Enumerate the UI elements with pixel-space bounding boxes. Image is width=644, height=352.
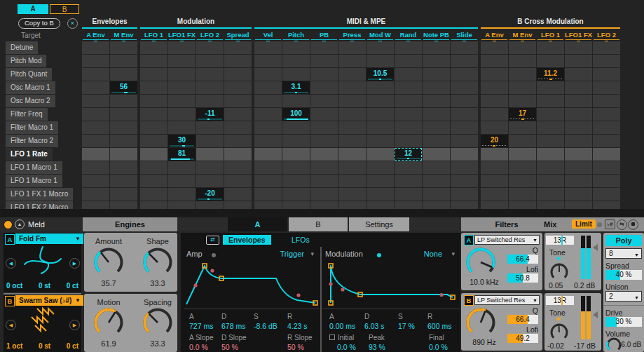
matrix-cell[interactable] [593, 135, 620, 147]
matrix-cell[interactable] [168, 121, 196, 134]
filter-a-type-dropdown[interactable]: LP Switched Res▼ [474, 235, 540, 245]
matrix-cell[interactable] [451, 81, 478, 94]
matrix-cell[interactable] [423, 55, 450, 67]
matrix-cell[interactable] [423, 175, 450, 187]
matrix-cell[interactable] [481, 41, 508, 54]
engine-b-prev-icon[interactable]: ◀ [6, 320, 16, 330]
matrix-cell[interactable] [366, 135, 394, 147]
matrix-cell[interactable] [366, 55, 394, 67]
matrix-row-label[interactable]: LFO 1 FX 1 Macro [6, 188, 73, 201]
amp-trigger-mode-dropdown[interactable]: Trigger [280, 250, 304, 258]
matrix-cell[interactable] [366, 161, 394, 174]
matrix-cell[interactable] [310, 95, 338, 107]
matrix-cell[interactable] [565, 95, 592, 107]
matrix-row-label[interactable]: Filter Macro 2 [6, 135, 58, 147]
matrix-cell[interactable] [395, 81, 422, 94]
matrix-cell[interactable] [82, 121, 109, 134]
mod-adsr-values[interactable]: A0.00 ms D6.03 s S17 % R600 ms [329, 313, 461, 330]
matrix-cell[interactable] [110, 68, 137, 81]
matrix-cell[interactable] [451, 108, 478, 121]
matrix-cell[interactable] [395, 108, 422, 121]
matrix-cell[interactable] [254, 148, 282, 161]
matrix-cell[interactable] [196, 121, 224, 134]
matrix-cell[interactable] [509, 188, 536, 201]
matrix-cell[interactable] [110, 161, 137, 174]
matrix-cell[interactable] [254, 108, 282, 121]
matrix-cell[interactable] [82, 68, 109, 81]
matrix-cell[interactable] [451, 188, 478, 201]
matrix-cell[interactable] [481, 161, 508, 174]
matrix-cell[interactable] [423, 161, 450, 174]
matrix-cell[interactable] [565, 148, 592, 161]
matrix-cell[interactable] [82, 55, 109, 67]
device-tab-b[interactable]: B [289, 217, 348, 231]
matrix-cell[interactable] [395, 161, 422, 174]
matrix-cell[interactable] [282, 135, 310, 147]
matrix-cell[interactable] [168, 95, 196, 107]
matrix-cell[interactable] [395, 55, 422, 67]
matrix-cell[interactable] [338, 135, 366, 147]
matrix-cell[interactable] [310, 121, 338, 134]
matrix-cell[interactable] [282, 121, 310, 134]
mod-envelope-graph[interactable] [324, 261, 458, 306]
matrix-cell[interactable] [310, 68, 338, 81]
matrix-cell[interactable] [423, 95, 450, 107]
limit-toggle[interactable]: Limit [572, 219, 596, 229]
matrix-cell[interactable] [110, 188, 137, 201]
matrix-cell[interactable] [593, 188, 620, 201]
matrix-cell[interactable] [110, 135, 137, 147]
matrix-cell[interactable] [451, 175, 478, 187]
mod-amount-cell[interactable]: 10.5 [366, 68, 394, 81]
matrix-cell[interactable] [565, 161, 592, 174]
matrix-cell[interactable] [537, 161, 564, 174]
matrix-cell[interactable] [537, 95, 564, 107]
matrix-cell[interactable] [537, 148, 564, 161]
matrix-cell[interactable] [82, 175, 109, 187]
matrix-cell[interactable] [451, 148, 478, 161]
matrix-cell[interactable] [82, 161, 109, 174]
matrix-cell[interactable] [565, 41, 592, 54]
matrix-cell[interactable] [509, 41, 536, 54]
matrix-row-label[interactable]: LFO 1 Rate [6, 148, 53, 161]
matrix-cell[interactable] [110, 108, 137, 121]
matrix-cell[interactable] [481, 148, 508, 161]
matrix-cell[interactable] [110, 55, 137, 67]
matrix-cell[interactable] [537, 135, 564, 147]
matrix-cell[interactable] [423, 148, 450, 161]
matrix-column-header[interactable]: Note PB [423, 30, 450, 39]
mod-amount-cell[interactable]: 3.1 [282, 81, 310, 94]
matrix-cell[interactable] [224, 148, 252, 161]
matrix-cell[interactable] [196, 135, 224, 147]
engine-b-tuning[interactable]: 1 oct0 st0 ct [6, 342, 78, 350]
matrix-cell[interactable] [254, 68, 282, 81]
filter-a-freq-knob[interactable] [465, 247, 496, 280]
matrix-cell[interactable] [310, 135, 338, 147]
matrix-cell[interactable] [338, 121, 366, 134]
matrix-cell[interactable] [140, 161, 167, 174]
matrix-row-label[interactable]: Filter Freq [6, 108, 48, 121]
matrix-cell[interactable] [82, 108, 109, 121]
matrix-cell[interactable] [310, 188, 338, 201]
matrix-cell[interactable] [282, 188, 310, 201]
matrix-cell[interactable] [338, 161, 366, 174]
matrix-cell[interactable] [565, 135, 592, 147]
matrix-column-header[interactable]: Press [338, 30, 366, 39]
matrix-cell[interactable] [140, 81, 167, 94]
matrix-row-label[interactable]: Filter Macro 1 [6, 121, 58, 134]
matrix-cell[interactable] [224, 108, 252, 121]
matrix-cell[interactable] [168, 55, 196, 67]
matrix-cell[interactable] [565, 121, 592, 134]
matrix-cell[interactable] [565, 175, 592, 187]
matrix-cell[interactable] [593, 68, 620, 81]
matrix-cell[interactable] [254, 81, 282, 94]
matrix-row-label[interactable]: Detune [6, 41, 38, 54]
matrix-cell[interactable] [537, 188, 564, 201]
matrix-cell[interactable] [423, 188, 450, 201]
mod-amount-cell[interactable]: -11 [196, 108, 224, 121]
matrix-group-header[interactable]: Modulation [140, 17, 252, 27]
matrix-cell[interactable] [593, 161, 620, 174]
matrix-cell[interactable] [338, 68, 366, 81]
matrix-cell[interactable] [481, 108, 508, 121]
device-activator-icon[interactable] [4, 220, 13, 229]
tab-lfos[interactable]: LFOs [286, 235, 315, 245]
